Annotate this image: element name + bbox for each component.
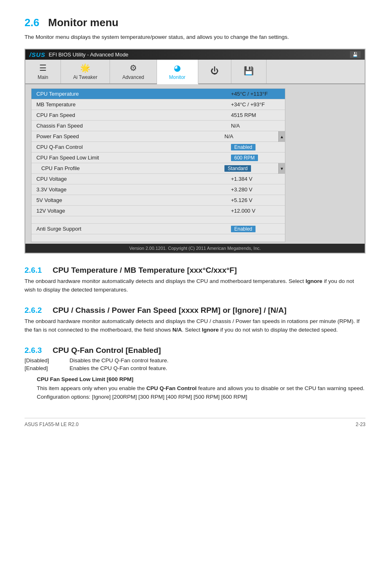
section-title: 2.6 Monitor menu <box>25 16 365 29</box>
row-fan-profile-container: CPU Fan Profile Standard ▼ <box>31 163 285 174</box>
row-fan-profile[interactable]: CPU Fan Profile Standard <box>31 163 278 174</box>
sub262-title-text: CPU / Chassis / Power Fan Speed [xxxx RP… <box>53 306 287 314</box>
cpu-fan-value: 4515 RPM <box>231 112 280 118</box>
row-anti-surge[interactable]: Anti Surge Support Enabled <box>31 224 285 234</box>
subsection-261: 2.6.1 CPU Temperature / MB Temperature [… <box>25 266 365 294</box>
subsub-fan-low-limit: CPU Fan Speed Low Limit [600 RPM] This i… <box>37 376 365 402</box>
nav-power[interactable]: ⏻ <box>198 60 231 83</box>
right-panel <box>291 88 365 242</box>
nav-main[interactable]: ☰ Main <box>25 60 61 83</box>
anti-surge-value: Enabled <box>231 226 280 232</box>
sub262-desc: The onboard hardware monitor automatical… <box>25 317 365 334</box>
12v-label: 12V Voltage <box>36 208 231 214</box>
row-cpu-fan[interactable]: CPU Fan Speed 4515 RPM <box>31 110 285 121</box>
fan-low-limit-badge: 600 RPM <box>231 155 258 161</box>
scroll-up-btn[interactable]: ▲ <box>278 131 285 142</box>
scroll-down-icon: ▼ <box>280 166 284 171</box>
nav-monitor[interactable]: ◕ Monitor <box>157 60 198 84</box>
subsection-262: 2.6.2 CPU / Chassis / Power Fan Speed [x… <box>25 306 365 334</box>
nav-save[interactable]: 💾 <box>231 60 267 83</box>
sub263-item-enabled: [Enabled] Enables the CPU Q-Fan control … <box>25 365 365 371</box>
row-mb-temp[interactable]: MB Temperature +34°C / +93°F <box>31 99 285 110</box>
monitor-icon: ◕ <box>174 63 181 73</box>
fan-profile-badge: Standard <box>224 165 251 172</box>
nav-ai-tweaker[interactable]: 🌟 Ai Tweaker <box>61 60 110 83</box>
cpu-temp-label: CPU Temperature <box>36 91 231 97</box>
nav-main-label: Main <box>38 74 48 80</box>
5v-value: +5.126 V <box>231 197 280 203</box>
fan-profile-label: CPU Fan Profile <box>41 165 224 171</box>
power-fan-value: N/A <box>224 133 273 139</box>
row-5v[interactable]: 5V Voltage +5.126 V <box>31 195 285 206</box>
sub262-title: 2.6.2 CPU / Chassis / Power Fan Speed [x… <box>25 306 365 315</box>
chassis-fan-value: N/A <box>231 123 280 129</box>
asus-logo: /SUS <box>29 51 45 58</box>
cpu-voltage-label: CPU Voltage <box>36 176 231 182</box>
5v-label: 5V Voltage <box>36 197 231 203</box>
qfan-value: Enabled <box>231 144 280 150</box>
main-section-heading: 2.6 Monitor menu The Monitor menu displa… <box>25 16 365 41</box>
cpu-temp-value: +45°C / +113°F <box>231 91 280 97</box>
row-33v[interactable]: 3.3V Voltage +3.280 V <box>31 184 285 195</box>
scroll-down-btn[interactable]: ▼ <box>278 163 285 174</box>
bios-footer-text: Version 2.00.1201. Copyright (C) 2011 Am… <box>129 246 261 251</box>
footer-right: 2-23 <box>356 422 365 427</box>
sub261-number: 2.6.1 <box>25 266 42 274</box>
save-icon: 💾 <box>244 66 254 76</box>
section-number: 2.6 <box>25 16 39 29</box>
row-chassis-fan[interactable]: Chassis Fan Speed N/A <box>31 121 285 131</box>
row-power-fan[interactable]: Power Fan Speed N/A <box>31 131 278 142</box>
bios-navbar: ☰ Main 🌟 Ai Tweaker ⚙ Advanced ◕ Monitor… <box>25 60 365 84</box>
qfan-badge: Enabled <box>231 144 256 150</box>
33v-label: 3.3V Voltage <box>36 186 231 193</box>
scroll-up-icon: ▲ <box>280 135 284 139</box>
power-fan-label: Power Fan Speed <box>36 133 224 139</box>
fan-profile-value: Standard <box>224 165 273 171</box>
power-icon: ⏻ <box>211 66 219 76</box>
bios-content: CPU Temperature +45°C / +113°F MB Temper… <box>25 84 365 244</box>
fan-low-limit-value: 600 RPM <box>231 155 280 161</box>
bios-window: /SUS EFI BIOS Utility - Advanced Mode 💾 … <box>25 49 365 254</box>
sub263-title: 2.6.3 CPU Q-Fan Control [Enabled] <box>25 346 365 355</box>
qfan-label: CPU Q-Fan Control <box>36 144 231 150</box>
row-cpu-temp[interactable]: CPU Temperature +45°C / +113°F <box>31 89 285 99</box>
row-12v[interactable]: 12V Voltage +12.000 V <box>31 206 285 216</box>
enabled-val: Enables the CPU Q-Fan control feature. <box>69 365 167 371</box>
sub263-number: 2.6.3 <box>25 346 42 355</box>
sub261-desc: The onboard hardware monitor automatical… <box>25 277 365 294</box>
section-title-text: Monitor menu <box>48 16 119 29</box>
bios-titlebar-icon: 💾 <box>350 51 361 58</box>
bios-main-panel: CPU Temperature +45°C / +113°F MB Temper… <box>31 88 285 242</box>
nav-ai-label: Ai Tweaker <box>73 74 97 80</box>
bios-titlebar: /SUS EFI BIOS Utility - Advanced Mode 💾 <box>25 49 365 60</box>
anti-surge-label: Anti Surge Support <box>36 226 231 232</box>
row-qfan[interactable]: CPU Q-Fan Control Enabled <box>31 142 285 153</box>
anti-surge-badge: Enabled <box>231 226 256 232</box>
12v-value: +12.000 V <box>231 208 280 214</box>
footer-left: ASUS F1A55-M LE R2.0 <box>25 422 78 427</box>
monitor-table: CPU Temperature +45°C / +113°F MB Temper… <box>31 89 285 242</box>
bios-titlebar-left: /SUS EFI BIOS Utility - Advanced Mode <box>29 51 128 58</box>
sub261-title-text: CPU Temperature / MB Temperature [xxx°C/… <box>53 266 237 274</box>
33v-value: +3.280 V <box>231 186 280 193</box>
chassis-fan-label: Chassis Fan Speed <box>36 123 231 129</box>
section-desc: The Monitor menu displays the system tem… <box>25 33 365 41</box>
sub261-title: 2.6.1 CPU Temperature / MB Temperature [… <box>25 266 365 275</box>
sub263-item-disabled: [Disabled] Disables the CPU Q-Fan contro… <box>25 357 365 364</box>
ai-tweaker-icon: 🌟 <box>80 63 90 73</box>
subsub-desc: This item appears only when you enable t… <box>37 384 365 402</box>
subsub-title: CPU Fan Speed Low Limit [600 RPM] <box>37 376 365 382</box>
cpu-fan-label: CPU Fan Speed <box>36 112 231 118</box>
mb-temp-value: +34°C / +93°F <box>231 101 280 108</box>
row-fan-low-limit[interactable]: CPU Fan Speed Low Limit 600 RPM <box>31 153 285 163</box>
nav-monitor-label: Monitor <box>169 74 186 80</box>
subsection-263: 2.6.3 CPU Q-Fan Control [Enabled] [Disab… <box>25 346 365 402</box>
nav-advanced-label: Advanced <box>122 74 144 80</box>
bottom-spacer <box>31 234 285 242</box>
fan-low-limit-label: CPU Fan Speed Low Limit <box>36 155 231 161</box>
disabled-key: [Disabled] <box>25 357 57 364</box>
nav-advanced[interactable]: ⚙ Advanced <box>110 60 157 83</box>
row-cpu-voltage[interactable]: CPU Voltage +1.384 V <box>31 174 285 184</box>
row-spacer <box>31 216 285 224</box>
enabled-key: [Enabled] <box>25 365 57 371</box>
